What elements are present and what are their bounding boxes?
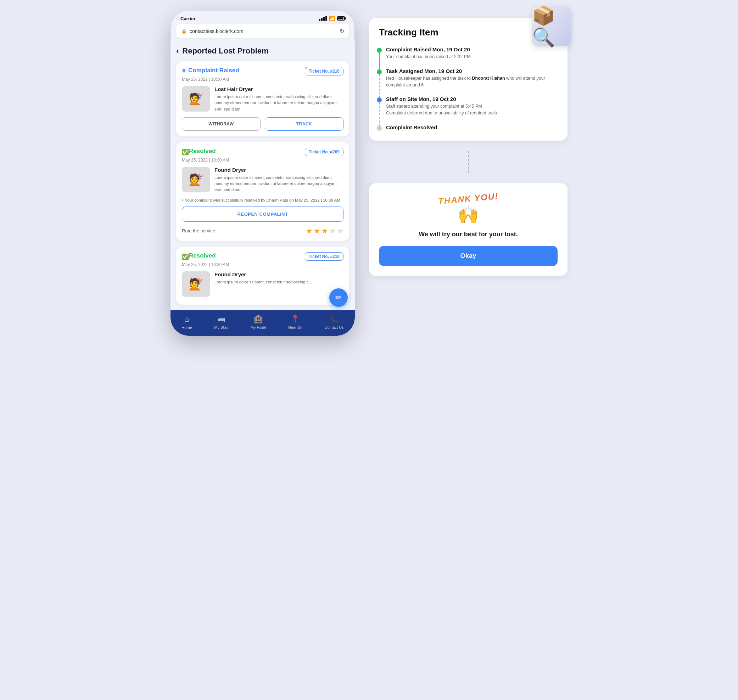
refresh-button[interactable]: ↻ (340, 28, 344, 34)
back-button[interactable]: ‹ (176, 46, 179, 56)
tracking-illustration: 📦🔍 (532, 7, 571, 46)
tl-heading-2: Task Assigned Mon, 19 Oct 20 (386, 68, 558, 74)
timeline-item-1: Complaint Raised Mon, 19 Oct 20 Your com… (386, 46, 558, 60)
ticket-badge-1: Ticket No. #210 (305, 67, 343, 75)
thankyou-panel: THANK YOU! 🙌 We will try our best for yo… (369, 183, 567, 276)
item-info-3: Found Dryer Lorem ipsum dolor sit amet, … (214, 271, 343, 285)
complaint-card-3: ✅ Resolved Ticket No. #210 May 25, 2022 … (176, 247, 349, 304)
complaint-card-1: Complaint Raised Ticket No. #210 May 25,… (176, 61, 349, 137)
bottom-nav: ⌂ Home 🛏 My Stay 🏨 My Hotel 📍 Near By 📞 … (171, 310, 355, 336)
thankyou-message: We will try our best for your lost. (379, 231, 558, 238)
card-date-3: May 25, 2022 | 10:30 AM (182, 262, 343, 267)
resolved-note: Your complaint was successfully resolved… (182, 198, 343, 202)
nav-my-hotel[interactable]: 🏨 My Hotel (250, 315, 266, 329)
nav-my-stay-label: My Stay (214, 325, 228, 329)
tl-dot-1 (377, 48, 382, 53)
nav-contact[interactable]: 📞 Contact Us (324, 315, 343, 329)
item-title-2: Found Dryer (214, 167, 343, 173)
wifi-icon: 📶 (329, 16, 335, 21)
phone-icon: 📞 (329, 315, 339, 324)
status-dot-green-2: ✅ (182, 149, 187, 154)
pin-icon: 📍 (290, 315, 300, 324)
nav-my-hotel-label: My Hotel (250, 325, 266, 329)
item-image-2: 💇 (182, 167, 210, 193)
card-header-2: ✅ Resolved Ticket No. #209 (182, 148, 343, 156)
okay-button[interactable]: Okay (379, 246, 558, 266)
item-image-1: 💇 (182, 86, 210, 112)
reopen-button[interactable]: REOPEN COMPALINT (182, 206, 343, 222)
item-desc-1: Lorem ipsum dolor sit amet, consetetur s… (214, 94, 343, 112)
star-5[interactable]: ★ (337, 227, 343, 235)
thankyou-graphic: THANK YOU! 🙌 (379, 194, 558, 225)
fab-icon: ✏ (335, 293, 342, 302)
tl-sub-3: Staff started attending your complaint a… (386, 103, 558, 116)
item-info-1: Lost Hair Dryer Lorem ipsum dolor sit am… (214, 86, 343, 112)
hotel-icon: 🏨 (253, 315, 263, 324)
nav-home[interactable]: ⌂ Home (181, 315, 192, 329)
card-date-2: May 25, 2022 | 10:30 AM (182, 157, 343, 163)
card-header-1: Complaint Raised Ticket No. #210 (182, 67, 343, 75)
tl-heading-3: Staff on Site Mon, 19 Oct 20 (386, 96, 558, 102)
nav-nearby[interactable]: 📍 Near By (288, 315, 302, 329)
signal-icon (319, 16, 327, 21)
star-4[interactable]: ★ (329, 227, 336, 235)
track-button[interactable]: TRACK (265, 117, 343, 131)
tracking-title: Tracking Item (379, 27, 558, 38)
status-icons: 📶 (319, 16, 345, 21)
tl-dot-2 (377, 69, 382, 74)
timeline-item-4: Complaint Resolved (386, 124, 558, 130)
item-desc-2: Lorem ipsum dolor sit amet, consetetur s… (214, 175, 343, 193)
home-icon: ⌂ (184, 315, 189, 324)
tl-sub-2: Hed Housekeeper has assigned the task to… (386, 75, 558, 88)
thank-you-text: THANK YOU! (438, 191, 499, 206)
phone-device: Carrier 📶 🔒 contactless.kioclerk.com ↻ (171, 10, 355, 336)
right-panels: 📦🔍 Tracking Item Complaint Raised Mon, 1… (369, 10, 567, 276)
box-icon: 📦🔍 (532, 5, 571, 48)
status-resolved-3: ✅ Resolved (182, 252, 216, 259)
card-date-1: May 25, 2022 | 10:30 AM (182, 77, 343, 82)
status-label-3: Resolved (189, 252, 216, 259)
nav-my-stay[interactable]: 🛏 My Stay (214, 315, 228, 329)
address-bar[interactable]: 🔒 contactless.kioclerk.com ↻ (176, 24, 349, 38)
nav-contact-label: Contact Us (324, 325, 343, 329)
back-header: ‹ Reported Lost Problem (176, 41, 349, 61)
page-title: Reported Lost Problem (182, 46, 268, 56)
nav-home-label: Home (181, 325, 192, 329)
status-raised: Complaint Raised (182, 67, 239, 74)
card-actions-1: WITHDRAW TRACK (182, 117, 343, 131)
nav-nearby-label: Near By (288, 325, 302, 329)
stars-rating[interactable]: ★ ★ ★ ★ ★ (306, 227, 343, 235)
complaint-item-2: 💇 Found Dryer Lorem ipsum dolor sit amet… (182, 167, 343, 193)
star-3[interactable]: ★ (321, 227, 328, 235)
complaint-item-1: 💇 Lost Hair Dryer Lorem ipsum dolor sit … (182, 86, 343, 112)
status-label-1: Complaint Raised (188, 67, 239, 74)
item-title-1: Lost Hair Dryer (214, 86, 343, 92)
status-dot-blue (182, 68, 186, 73)
tl-dot-3 (377, 97, 382, 102)
item-info-2: Found Dryer Lorem ipsum dolor sit amet, … (214, 167, 343, 193)
complaint-card-2: ✅ Resolved Ticket No. #209 May 25, 2022 … (176, 142, 349, 241)
item-desc-3: Lorem ipsum dolor sit amet, consetetur s… (214, 279, 343, 285)
complaint-item-3: 💇 Found Dryer Lorem ipsum dolor sit amet… (182, 271, 343, 297)
status-label-2: Resolved (189, 148, 216, 155)
withdraw-button[interactable]: WITHDRAW (182, 117, 261, 131)
phone-content: ‹ Reported Lost Problem Complaint Raised… (171, 41, 355, 310)
status-bar: Carrier 📶 (171, 10, 355, 24)
connector-line (468, 151, 468, 172)
fab-button[interactable]: ✏ (329, 288, 348, 307)
battery-icon (337, 16, 345, 21)
bed-icon: 🛏 (217, 315, 225, 324)
star-1[interactable]: ★ (306, 227, 312, 235)
status-dot-green-3: ✅ (182, 253, 187, 258)
rating-label: Rate the service (182, 228, 215, 234)
ticket-badge-2: Ticket No. #209 (305, 148, 343, 156)
star-2[interactable]: ★ (314, 227, 320, 235)
rating-row: Rate the service ★ ★ ★ ★ ★ (182, 227, 343, 235)
timeline: Complaint Raised Mon, 19 Oct 20 Your com… (379, 46, 558, 130)
item-image-3: 💇 (182, 271, 210, 297)
ticket-badge-3: Ticket No. #210 (305, 252, 343, 261)
lock-icon: 🔒 (181, 28, 187, 34)
carrier-label: Carrier (180, 16, 196, 21)
hands-emoji: 🙌 (379, 205, 558, 225)
timeline-item-3: Staff on Site Mon, 19 Oct 20 Staff start… (386, 96, 558, 116)
